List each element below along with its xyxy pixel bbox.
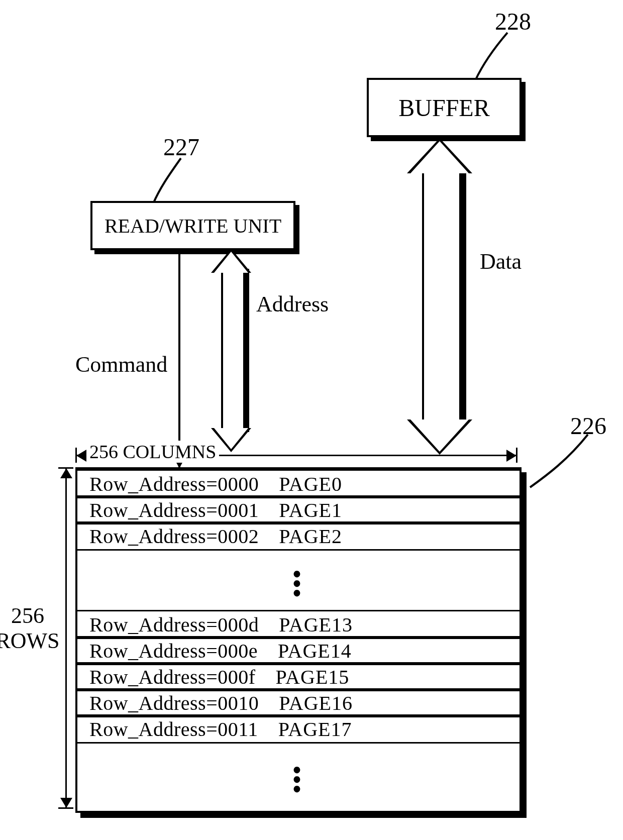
buffer-label: BUFFER (398, 94, 489, 122)
memory-row-address: Row_Address=000f (89, 665, 256, 689)
memory-row-address: Row_Address=0010 (89, 691, 259, 715)
memory-row: Row_Address=0002 PAGE2 (77, 521, 520, 551)
memory-row-page: PAGE13 (279, 613, 353, 637)
memory-row: Row_Address=0001 PAGE1 (77, 495, 520, 524)
memory-row: Row_Address=000e PAGE14 (77, 636, 520, 665)
data-arrow (407, 138, 472, 455)
leader-226 (528, 432, 608, 492)
memory-row-page: PAGE0 (279, 472, 342, 496)
ellipsis-icon: ••• (77, 570, 520, 598)
leader-227 (151, 156, 211, 206)
data-arrow-label: Data (480, 249, 522, 274)
memory-row-address: Row_Address=0001 (89, 498, 259, 522)
memory-row-address: Row_Address=0011 (89, 717, 258, 741)
memory-row-page: PAGE15 (276, 665, 350, 689)
memory-row-page: PAGE14 (278, 639, 352, 663)
memory-row: Row_Address=0010 PAGE16 (77, 688, 520, 717)
columns-dimension: 256 COLUMNS (75, 445, 517, 465)
memory-row-page: PAGE17 (278, 717, 352, 741)
address-arrow (211, 249, 251, 452)
memory-row-address: Row_Address=0000 (89, 472, 259, 496)
memory-row: Row_Address=0000 PAGE0 (77, 469, 520, 498)
read-write-unit-block: READ/WRITE UNIT (90, 201, 295, 250)
leader-228 (472, 30, 533, 85)
diagram-canvas: 228 227 226 BUFFER READ/WRITE UNIT Data … (0, 0, 623, 840)
memory-row: Row_Address=0011 PAGE17 (77, 714, 520, 744)
memory-array-block: Row_Address=0000 PAGE0 Row_Address=0001 … (75, 467, 522, 813)
columns-dimension-label: 256 COLUMNS (86, 441, 219, 463)
memory-row-page: PAGE16 (279, 691, 353, 715)
buffer-block: BUFFER (367, 78, 522, 137)
command-arrow (178, 249, 180, 467)
rows-dimension-label-2: ROWS (0, 628, 68, 654)
memory-row-page: PAGE2 (279, 524, 342, 548)
memory-row-address: Row_Address=0002 (89, 524, 259, 548)
address-arrow-label: Address (256, 291, 329, 317)
read-write-unit-label: READ/WRITE UNIT (105, 214, 281, 238)
memory-row-page: PAGE1 (279, 498, 342, 522)
memory-row: Row_Address=000f PAGE15 (77, 662, 520, 691)
memory-row-address: Row_Address=000d (89, 613, 259, 637)
memory-row-address: Row_Address=000e (89, 639, 258, 663)
memory-row: Row_Address=000d PAGE13 (77, 610, 520, 639)
ellipsis-icon: ••• (77, 766, 520, 794)
rows-dimension-label-1: 256 (0, 603, 55, 628)
command-arrow-label: Command (75, 352, 167, 377)
